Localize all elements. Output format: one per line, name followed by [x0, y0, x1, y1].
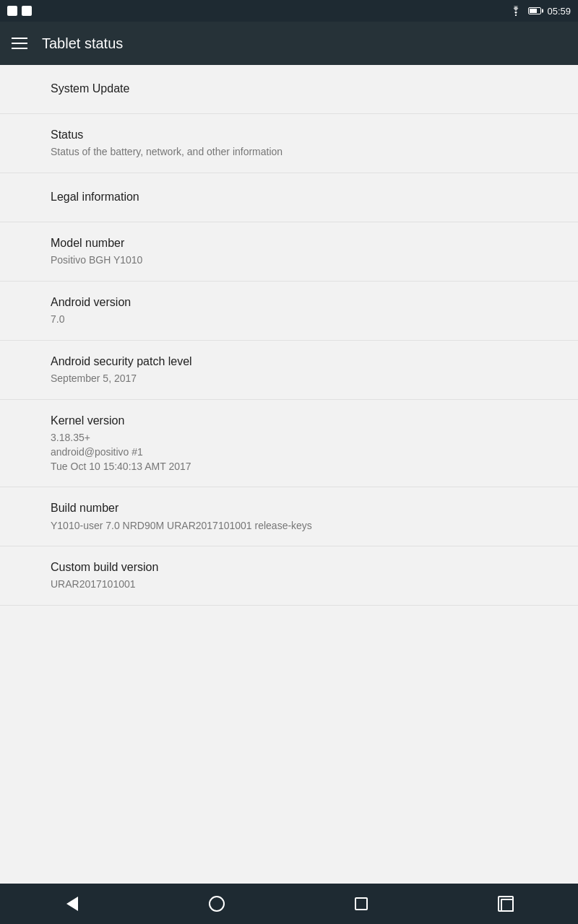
status-bar-right: 05:59	[509, 6, 571, 17]
list-item-build-number[interactable]: Build number Y1010-user 7.0 NRD90M URAR2…	[0, 487, 578, 546]
screenshot-icon	[498, 896, 514, 912]
svg-point-0	[515, 14, 517, 16]
item-subtitle-build-number: Y1010-user 7.0 NRD90M URAR2017101001 rel…	[51, 519, 527, 533]
battery-icon	[528, 7, 541, 14]
back-icon	[66, 897, 78, 911]
item-title-system-update: System Update	[51, 81, 527, 97]
list-item-kernel-version[interactable]: Kernel version 3.18.35+ android@positivo…	[0, 400, 578, 487]
list-item-system-update[interactable]: System Update	[0, 65, 578, 114]
status-time: 05:59	[547, 6, 571, 17]
home-button[interactable]	[195, 889, 238, 918]
back-button[interactable]	[51, 889, 94, 918]
settings-list: System Update Status Status of the batte…	[0, 65, 578, 884]
item-title-custom-build: Custom build version	[51, 559, 527, 575]
list-item-model-number[interactable]: Model number Positivo BGH Y1010	[0, 222, 578, 282]
recents-icon	[355, 897, 368, 910]
item-subtitle-status: Status of the battery, network, and othe…	[51, 145, 527, 160]
home-icon	[209, 896, 225, 912]
item-title-kernel-version: Kernel version	[51, 413, 527, 429]
item-title-android-version: Android version	[51, 295, 527, 310]
list-item-custom-build[interactable]: Custom build version URAR2017101001	[0, 546, 578, 606]
list-item-security-patch[interactable]: Android security patch level September 5…	[0, 341, 578, 400]
status-bar: 05:59	[0, 0, 578, 22]
item-subtitle-android-version: 7.0	[51, 313, 527, 327]
screenshot-button[interactable]	[484, 889, 527, 918]
notification-icon-2	[22, 6, 32, 16]
status-bar-left	[7, 6, 32, 16]
recents-button[interactable]	[340, 889, 383, 918]
item-subtitle-custom-build: URAR2017101001	[51, 578, 527, 592]
item-title-legal: Legal information	[51, 189, 527, 205]
item-subtitle-kernel-version: 3.18.35+ android@positivo #1 Tue Oct 10 …	[51, 431, 527, 474]
item-title-model-number: Model number	[51, 235, 527, 251]
item-title-security-patch: Android security patch level	[51, 354, 527, 370]
item-title-status: Status	[51, 127, 527, 143]
page-title: Tablet status	[42, 35, 123, 52]
menu-button[interactable]	[12, 38, 27, 49]
notification-icon-1	[7, 6, 17, 16]
list-item-android-version[interactable]: Android version 7.0	[0, 282, 578, 341]
app-bar: Tablet status	[0, 22, 578, 65]
list-item-legal[interactable]: Legal information	[0, 173, 578, 222]
nav-bar	[0, 884, 578, 924]
wifi-icon	[509, 6, 522, 16]
item-subtitle-security-patch: September 5, 2017	[51, 372, 527, 386]
list-item-status[interactable]: Status Status of the battery, network, a…	[0, 114, 578, 173]
item-title-build-number: Build number	[51, 500, 527, 516]
item-subtitle-model-number: Positivo BGH Y1010	[51, 253, 527, 268]
